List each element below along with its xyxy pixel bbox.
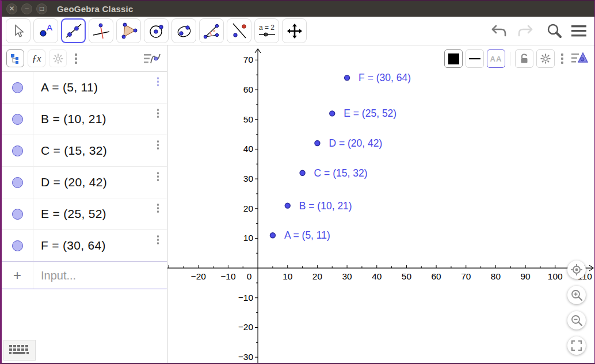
point-label-B[interactable]: B = (10, 21): [299, 200, 352, 212]
standard-view-icon: [570, 263, 583, 276]
perpendicular-line-tool-button[interactable]: [89, 18, 113, 43]
redo-icon[interactable]: [516, 24, 533, 39]
plotted-point-B[interactable]: [285, 203, 290, 208]
algebra-row[interactable]: A = (5, 11): [2, 72, 167, 104]
item-menu-icon[interactable]: [157, 109, 159, 118]
visibility-marble[interactable]: [12, 177, 23, 188]
svg-text:30: 30: [243, 174, 254, 183]
conic-tool-button[interactable]: [171, 18, 196, 43]
standard-view-button[interactable]: [567, 260, 586, 279]
fullscreen-button[interactable]: [567, 336, 586, 355]
algebra-item-text[interactable]: E = (25, 52): [41, 207, 106, 221]
reflect-tool-button[interactable]: [227, 18, 251, 43]
close-window-button[interactable]: ✕: [6, 3, 17, 14]
visibility-marble[interactable]: [12, 240, 23, 251]
algebra-item-text[interactable]: C = (15, 32): [41, 144, 107, 158]
input-help-button[interactable]: ƒx: [28, 49, 45, 67]
stylebar-toggle-icon[interactable]: [571, 51, 589, 66]
polygon-icon: [120, 22, 138, 40]
line-tool-button[interactable]: [61, 18, 86, 43]
svg-text:20: 20: [312, 271, 323, 281]
virtual-keyboard-button[interactable]: [3, 340, 36, 361]
item-menu-icon[interactable]: [157, 172, 159, 181]
slider-tool-button[interactable]: a = 2: [254, 18, 279, 43]
visibility-marble[interactable]: [12, 114, 23, 125]
minimize-window-button[interactable]: –: [21, 3, 32, 14]
algebra-item-text[interactable]: D = (20, 42): [41, 175, 107, 189]
coordinate-plane[interactable]: −20−100102030405060708090100110706050403…: [167, 45, 594, 363]
algebra-item-text[interactable]: B = (10, 21): [41, 112, 106, 126]
sort-objects-icon[interactable]: [144, 52, 161, 66]
angle-tool-button[interactable]: α: [199, 18, 224, 43]
algebra-style-bar: ƒx: [2, 45, 167, 72]
graphics-view[interactable]: −20−100102030405060708090100110706050403…: [167, 45, 594, 363]
algebra-menu-icon[interactable]: [70, 51, 82, 66]
graphics-menu-icon[interactable]: [558, 51, 567, 66]
item-menu-icon[interactable]: [157, 204, 159, 213]
svg-text:−20: −20: [191, 271, 207, 281]
line-style-button[interactable]: [466, 49, 484, 68]
zoom-in-button[interactable]: [567, 286, 586, 304]
svg-text:100: 100: [548, 271, 563, 281]
search-icon[interactable]: [546, 23, 562, 39]
point-tool-button[interactable]: A: [33, 18, 58, 43]
svg-text:−30: −30: [238, 352, 254, 362]
fullscreen-icon: [571, 340, 582, 351]
plotted-point-E[interactable]: [330, 111, 335, 116]
plotted-point-C[interactable]: [300, 170, 305, 175]
visibility-marble[interactable]: [12, 145, 23, 156]
algebra-item-text[interactable]: F = (30, 64): [41, 239, 106, 252]
algebra-row[interactable]: E = (25, 52): [2, 198, 167, 230]
tree-view-button[interactable]: [6, 49, 24, 67]
point-label-A[interactable]: A = (5, 11): [284, 229, 330, 241]
zoom-in-icon: [570, 289, 583, 301]
svg-text:30: 30: [342, 271, 352, 281]
point-label-E[interactable]: E = (25, 52): [344, 108, 396, 119]
unlock-icon: [518, 53, 530, 64]
plotted-point-D[interactable]: [315, 141, 320, 146]
maximize-window-button[interactable]: □: [36, 3, 47, 14]
plotted-point-A[interactable]: [270, 233, 275, 238]
slider-icon: a = 2: [258, 24, 276, 38]
circle-tool-button[interactable]: [144, 18, 169, 43]
point-icon: A: [38, 23, 54, 39]
point-label-D[interactable]: D = (20, 42): [329, 137, 382, 149]
undo-icon[interactable]: [491, 24, 508, 39]
algebra-row[interactable]: F = (30, 64): [2, 230, 167, 262]
algebra-row[interactable]: D = (20, 42): [2, 167, 167, 198]
gear-icon: [540, 53, 551, 64]
algebra-item-text[interactable]: A = (5, 11): [41, 81, 98, 94]
item-menu-icon[interactable]: [157, 77, 159, 86]
text-style-button[interactable]: AA: [487, 49, 505, 68]
polygon-tool-button[interactable]: [116, 18, 141, 43]
item-menu-icon[interactable]: [157, 140, 159, 150]
visibility-marble[interactable]: [12, 82, 23, 93]
visibility-marble[interactable]: [12, 209, 23, 220]
color-swatch-button[interactable]: [444, 49, 463, 68]
svg-text:10: 10: [283, 271, 293, 281]
algebra-input-row: +: [2, 262, 167, 289]
move-tool-button[interactable]: [6, 18, 30, 43]
add-input-icon[interactable]: +: [2, 262, 33, 289]
item-menu-icon[interactable]: [157, 235, 159, 244]
point-label-C[interactable]: C = (15, 32): [314, 167, 368, 179]
point-label-F[interactable]: F = (30, 64): [358, 72, 411, 83]
algebra-settings-button[interactable]: [49, 49, 67, 67]
lock-button[interactable]: [515, 49, 533, 68]
algebra-row[interactable]: B = (10, 21): [2, 104, 167, 135]
conic-icon: [176, 22, 193, 40]
move-view-icon: [287, 23, 303, 39]
line-icon: [65, 22, 82, 40]
svg-text:60: 60: [243, 85, 254, 94]
menu-icon[interactable]: [570, 24, 588, 38]
zoom-out-button[interactable]: [567, 311, 586, 329]
move-graphics-view-tool-button[interactable]: [282, 18, 307, 43]
algebra-input[interactable]: [33, 269, 167, 282]
svg-text:70: 70: [243, 55, 254, 64]
plotted-point-F[interactable]: [345, 75, 350, 81]
svg-text:60: 60: [431, 271, 441, 281]
reflect-icon: [231, 22, 248, 40]
algebra-row[interactable]: C = (15, 32): [2, 135, 167, 167]
graphics-settings-button[interactable]: [536, 49, 555, 68]
svg-text:α: α: [213, 28, 216, 33]
